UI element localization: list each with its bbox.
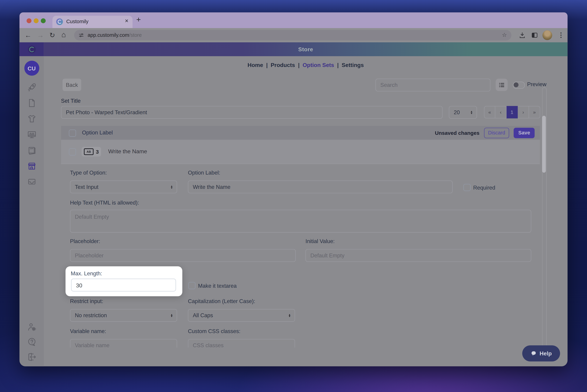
nav-item-option-sets[interactable]: Option Sets [303, 62, 334, 68]
max-length-input[interactable] [71, 279, 176, 292]
site-settings-icon[interactable] [78, 32, 84, 38]
set-title-input[interactable] [61, 106, 443, 119]
account-avatar[interactable]: CU [24, 61, 39, 76]
unsaved-changes-text: Unsaved changes [435, 130, 480, 136]
placeholder-input[interactable] [70, 249, 296, 262]
reload-icon[interactable]: ↻ [49, 31, 55, 39]
nav-separator: | [337, 62, 339, 68]
back-button[interactable]: Back [62, 79, 81, 91]
select-arrows-icon: ▲▼ [170, 313, 173, 318]
browser-toolbar: ← → ↻ ⌂ app.customily.com/store ☆ ⋮ [19, 28, 568, 42]
window-zoom-button[interactable] [41, 18, 46, 23]
select-all-checkbox[interactable] [69, 130, 76, 137]
window-close-button[interactable] [27, 18, 31, 23]
nav-separator: | [266, 62, 268, 68]
browser-tab[interactable]: Customily × [52, 16, 133, 28]
list-view-button[interactable] [496, 79, 508, 91]
make-it-textarea-checkbox[interactable] [188, 282, 195, 289]
close-tab-icon[interactable]: × [125, 18, 128, 24]
variable-name-input[interactable] [70, 339, 177, 348]
text-field-icon: AB [84, 148, 94, 155]
url-bar[interactable]: app.customily.com/store ☆ [74, 30, 511, 40]
monitor-design-icon [27, 130, 36, 139]
variable-name-label: Variable name: [70, 328, 106, 334]
inbox-icon [27, 177, 36, 186]
restrict-input-select[interactable]: No restriction ▲▼ [70, 309, 177, 322]
downloads-icon[interactable] [519, 32, 526, 39]
pagination-first-button[interactable]: « [484, 106, 495, 118]
pagination-page-1[interactable]: 1 [507, 106, 518, 118]
preview-label: Preview [527, 81, 546, 87]
option-label-label: Option Label: [188, 170, 220, 176]
type-of-option-select[interactable]: Text Input ▲▼ [70, 180, 177, 193]
required-checkbox[interactable] [464, 184, 471, 191]
custom-css-input[interactable] [188, 339, 295, 348]
sidebar-item-logout[interactable] [27, 352, 36, 362]
store-header-title: Store [298, 46, 313, 52]
search-input[interactable] [375, 79, 490, 91]
browser-menu-kebab-icon[interactable]: ⋮ [558, 31, 564, 39]
rocket-icon [27, 82, 36, 92]
logout-door-icon [27, 352, 36, 362]
page-size-value: 20 [454, 109, 460, 115]
nav-item-home[interactable]: Home [247, 62, 263, 68]
bookmark-star-icon[interactable]: ☆ [502, 32, 507, 38]
row-checkbox[interactable] [69, 148, 76, 156]
set-title-label: Set Title [61, 98, 81, 104]
tab-title: Customily [66, 19, 88, 24]
home-icon[interactable]: ⌂ [61, 30, 66, 38]
pagination: « ‹ 1 › » [484, 106, 540, 118]
option-label-column-header: Option Label [82, 130, 113, 136]
sidebar-item-products[interactable] [27, 114, 36, 124]
option-row-title: Write the Name [108, 148, 147, 154]
customily-logo [19, 42, 44, 56]
custom-css-label: Custom CSS classes: [188, 328, 240, 334]
restrict-input-value: No restriction [75, 312, 107, 318]
window-minimize-button[interactable] [34, 18, 38, 23]
option-count-badge: AB 3 [81, 147, 101, 156]
pages-icon [27, 145, 36, 155]
nav-item-settings[interactable]: Settings [342, 62, 364, 68]
sidebar-item-store[interactable] [27, 161, 36, 171]
max-length-spotlight: Max. Length: [65, 266, 182, 296]
sidebar-item-getting-started[interactable] [27, 82, 36, 92]
chat-bubble-icon [531, 350, 537, 356]
help-text-textarea[interactable] [70, 210, 531, 232]
capitalization-label: Capitalization (Letter Case): [188, 298, 255, 304]
page-size-select[interactable]: 20 ▲▼ [449, 106, 477, 119]
pagination-next-button[interactable]: › [518, 106, 529, 118]
nav-item-products[interactable]: Products [271, 62, 295, 68]
sidebar-item-files[interactable] [27, 98, 36, 108]
option-set-row[interactable]: AB 3 Write the Name [61, 140, 540, 164]
preview-toggle[interactable] [513, 82, 525, 89]
side-panel-icon[interactable] [531, 32, 538, 39]
browser-forward-icon[interactable]: → [37, 31, 44, 39]
browser-window: Customily × + ← → ↻ ⌂ app.customily.com/… [19, 12, 568, 366]
capitalization-select[interactable]: All Caps ▲▼ [188, 309, 295, 322]
sidebar-item-help-center[interactable] [27, 337, 36, 347]
save-button[interactable]: Save [514, 128, 535, 138]
discard-button[interactable]: Discard [484, 128, 510, 138]
select-arrows-icon: ▲▼ [170, 185, 173, 189]
url-text: app.customily.com/store [88, 32, 142, 38]
question-bubble-icon [27, 337, 36, 347]
pagination-prev-button[interactable]: ‹ [495, 106, 507, 118]
browser-back-icon[interactable]: ← [25, 31, 31, 39]
new-tab-button[interactable]: + [136, 15, 141, 24]
required-label: Required [473, 185, 495, 190]
initial-value-input[interactable] [306, 249, 531, 262]
option-label-input[interactable] [188, 180, 453, 193]
sidebar-item-inbox[interactable] [27, 177, 36, 186]
file-icon [27, 98, 36, 108]
select-arrows-icon: ▲▼ [470, 110, 473, 114]
sidebar-item-mockups[interactable] [27, 130, 36, 139]
type-of-option-label: Type of Option: [70, 170, 107, 176]
profile-avatar[interactable] [542, 30, 552, 40]
sidebar-item-account-settings[interactable] [27, 322, 36, 332]
app-header: Store [19, 42, 568, 56]
pagination-last-button[interactable]: » [529, 106, 540, 118]
list-header-row: Option Label Unsaved changes Discard Sav… [61, 126, 540, 140]
scrollbar-thumb[interactable] [542, 116, 546, 173]
sidebar-item-templates[interactable] [27, 145, 36, 155]
help-button[interactable]: Help [522, 345, 560, 361]
